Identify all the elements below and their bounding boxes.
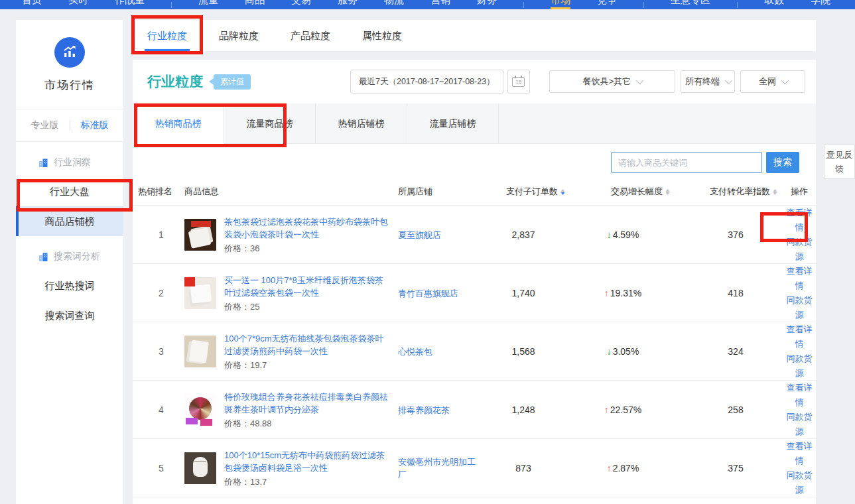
- chevron-down-icon: [725, 77, 732, 84]
- conversion-index-cell: 376: [675, 229, 783, 240]
- growth-arrow-icon: ↓: [607, 229, 612, 240]
- product-image[interactable]: [184, 277, 216, 309]
- product-info-cell: 100个7*9cm无纺布抽线茶包袋泡茶袋茶叶过滤煲汤煎药中药袋一次性 价格：19…: [184, 332, 398, 371]
- topnav-item[interactable]: 作战室: [115, 0, 145, 9]
- product-title-link[interactable]: 100个10*15cm无纺布中药袋煎药袋过滤茶包袋煲汤卤料袋足浴一次性: [224, 449, 389, 474]
- product-image[interactable]: [184, 219, 216, 251]
- product-info-cell: 100个10*15cm无纺布中药袋煎药袋过滤茶包袋煲汤卤料袋足浴一次性 价格：1…: [184, 449, 398, 488]
- growth-cell: ↓4.59%: [570, 229, 675, 240]
- rank-subtab[interactable]: 热销店铺榜: [316, 103, 407, 144]
- same-supply-link[interactable]: 同款货源: [783, 351, 816, 381]
- rank-panel: 搜索 热销排名商品信息所属店铺支付子订单数▲▼交易增长幅度▲▼支付转化率指数▲▼…: [133, 144, 816, 504]
- sidebar-group: 搜索词分析 行业热搜词搜索词查询: [16, 236, 123, 330]
- product-title-link[interactable]: 100个7*9cm无纺布抽线茶包袋泡茶袋茶叶过滤煲汤煎药中药袋一次性: [224, 332, 389, 357]
- nav-divider: [737, 2, 738, 8]
- shop-link[interactable]: 心悦茶包: [398, 346, 496, 358]
- column-header[interactable]: 交易增长幅度▲▼: [570, 186, 675, 198]
- version-tab[interactable]: 专业版: [31, 119, 59, 131]
- topnav-item[interactable]: 营销: [430, 0, 450, 9]
- filter-dropdown[interactable]: 所有终端: [681, 70, 735, 93]
- growth-arrow-icon: ↑: [604, 288, 609, 298]
- rank-cell: 3: [138, 346, 184, 357]
- chevron-down-icon: [781, 77, 789, 84]
- table-header: 热销排名商品信息所属店铺支付子订单数▲▼交易增长幅度▲▼支付转化率指数▲▼操作: [133, 178, 816, 206]
- column-header: 操作: [783, 186, 816, 198]
- search-input[interactable]: [611, 152, 762, 173]
- sidebar-item[interactable]: 行业热搜词: [16, 271, 123, 300]
- granularity-tab[interactable]: 产品粒度: [291, 20, 330, 51]
- view-detail-link[interactable]: 查看详情: [783, 439, 816, 468]
- shop-link[interactable]: 青竹百惠旗舰店: [398, 287, 496, 300]
- conversion-index-cell: 418: [675, 288, 783, 298]
- filter-dropdown[interactable]: 全网: [740, 70, 805, 93]
- shop-link[interactable]: 排毒养颜花茶: [398, 404, 496, 416]
- granularity-tab[interactable]: 品牌粒度: [219, 20, 259, 51]
- search-button[interactable]: 搜索: [766, 152, 799, 173]
- sidebar-item[interactable]: 搜索词查询: [16, 300, 123, 330]
- column-header[interactable]: 支付子订单数▲▼: [496, 186, 570, 198]
- shop-cell: 心悦茶包: [398, 346, 496, 358]
- actions-cell: 查看详情 同款货源: [783, 264, 816, 322]
- version-tab[interactable]: 标准版: [81, 119, 109, 131]
- orders-cell: 1,740: [496, 288, 570, 298]
- rank-subtab[interactable]: 流量店铺榜: [407, 103, 499, 144]
- growth-cell: ↓3.05%: [570, 346, 675, 357]
- granularity-tabbar: 行业粒度品牌粒度产品粒度属性粒度: [133, 20, 816, 51]
- orders-cell: 2,837: [496, 229, 570, 240]
- shop-link[interactable]: 安徽亳州市光明加工厂: [398, 456, 496, 481]
- column-header: 商品信息: [184, 186, 398, 198]
- topnav-item[interactable]: 财务: [477, 0, 497, 9]
- topnav-item[interactable]: 取数: [764, 0, 784, 9]
- product-title-link[interactable]: 特价玫瑰组合养身花茶祛痘排毒美白养颜祛斑养生茶叶调节内分泌茶: [224, 391, 389, 416]
- sort-icon[interactable]: ▲▼: [773, 188, 777, 195]
- top-nav: 首页实时作战室流量商品交易服务物流营销财务市场竞争生意专区取数学院: [0, 0, 855, 9]
- same-supply-link[interactable]: 同款货源: [783, 410, 816, 439]
- sidebar-item[interactable]: 行业大盘: [16, 176, 123, 206]
- topnav-item[interactable]: 实时: [68, 0, 88, 9]
- column-header: 热销排名: [138, 186, 184, 198]
- topnav-item[interactable]: 交易: [291, 0, 311, 9]
- filter-dropdown[interactable]: 餐饮具>其它: [549, 70, 675, 93]
- rank-subtab[interactable]: 流量商品榜: [224, 103, 316, 144]
- filter-dropdowns: 餐饮具>其它所有终端全网: [544, 70, 805, 93]
- topnav-item[interactable]: 首页: [22, 0, 42, 9]
- view-detail-link[interactable]: 查看详情: [783, 206, 816, 235]
- same-supply-link[interactable]: 同款货源: [783, 293, 816, 322]
- topnav-item[interactable]: 商品: [245, 0, 265, 9]
- view-detail-link[interactable]: 查看详情: [783, 381, 816, 410]
- topnav-item[interactable]: 物流: [384, 0, 404, 9]
- table-row: 4 特价玫瑰组合养身花茶祛痘排毒美白养颜祛斑养生茶叶调节内分泌茶 价格：48.8…: [133, 381, 816, 439]
- topnav-item[interactable]: 市场: [551, 0, 570, 9]
- calendar-icon[interactable]: 15: [507, 70, 530, 94]
- same-supply-link[interactable]: 同款货源: [783, 235, 816, 264]
- feedback-button[interactable]: 意见反馈: [824, 145, 855, 179]
- granularity-tab[interactable]: 属性粒度: [362, 20, 402, 51]
- topnav-item[interactable]: 学院: [811, 0, 830, 9]
- granularity-tab[interactable]: 行业粒度: [147, 20, 187, 51]
- product-image[interactable]: [184, 394, 216, 426]
- topnav-item[interactable]: 流量: [198, 0, 218, 9]
- sidebar-item[interactable]: 商品店铺榜: [16, 206, 123, 236]
- topnav-item[interactable]: 服务: [338, 0, 358, 9]
- table-row: 2 买一送一 100片7*8玉米纤维反折泡茶袋茶叶过滤袋空茶包袋一次性 价格：2…: [133, 264, 816, 322]
- growth-arrow-icon: ↑: [607, 463, 612, 473]
- date-range-selector[interactable]: 最近7天（2017-08-17~2017-08-23）: [350, 70, 503, 94]
- view-detail-link[interactable]: 查看详情: [783, 264, 816, 293]
- shop-cell: 夏至旗舰店: [398, 229, 496, 241]
- chevron-down-icon: [636, 77, 643, 84]
- sort-icon[interactable]: ▲▼: [560, 188, 565, 195]
- topnav-item[interactable]: 竞争: [597, 0, 617, 9]
- product-title-link[interactable]: 买一送一 100片7*8玉米纤维反折泡茶袋茶叶过滤袋空茶包袋一次性: [224, 274, 389, 299]
- product-title-link[interactable]: 茶包茶袋过滤泡茶袋花茶中药纱布袋茶叶包装袋小泡袋茶叶袋一次性: [224, 216, 389, 241]
- column-header[interactable]: 支付转化率指数▲▼: [675, 186, 783, 198]
- product-image[interactable]: [184, 336, 216, 367]
- topnav-item[interactable]: 生意专区: [671, 0, 710, 9]
- view-detail-link[interactable]: 查看详情: [783, 322, 816, 351]
- shop-link[interactable]: 夏至旗舰店: [398, 229, 496, 241]
- product-info-cell: 买一送一 100片7*8玉米纤维反折泡茶袋茶叶过滤袋空茶包袋一次性 价格：25: [184, 274, 398, 313]
- app-root: 首页实时作战室流量商品交易服务物流营销财务市场竞争生意专区取数学院 市场行情 专…: [0, 0, 855, 504]
- rank-subtab[interactable]: 热销商品榜: [133, 103, 224, 144]
- product-image[interactable]: [184, 452, 216, 484]
- sort-icon[interactable]: ▲▼: [665, 188, 670, 195]
- same-supply-link[interactable]: 同款货源: [783, 468, 816, 497]
